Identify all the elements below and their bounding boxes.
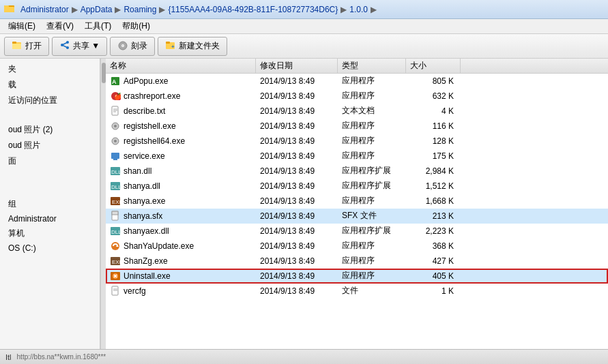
file-date: 2014/9/13 8:49 (260, 76, 315, 86)
file-name-cell: DLL shan.dll (106, 166, 256, 177)
svg-text:🍎: 🍎 (114, 92, 121, 101)
sidebar-item-1[interactable]: 载 (0, 77, 100, 93)
file-type-cell: 应用程序 (338, 240, 406, 252)
table-row[interactable]: Uninstall.exe 2014/9/13 8:49 应用程序 405 K (106, 269, 608, 284)
table-row[interactable]: shanya.sfx 2014/9/13 8:49 SFX 文件 213 K (106, 209, 608, 224)
file-size: 213 K (433, 211, 454, 221)
table-row[interactable]: A AdPopu.exe 2014/9/13 8:49 应用程序 805 K (106, 74, 608, 89)
sidebar-item-administrator[interactable]: Administrator (0, 212, 100, 226)
share-button[interactable]: 共享 ▼ (52, 37, 107, 56)
table-row[interactable]: registshell64.exe 2014/9/13 8:49 应用程序 12… (106, 134, 608, 149)
svg-point-13 (122, 45, 124, 46)
file-size-cell: 213 K (406, 211, 461, 221)
menu-edit[interactable]: 编辑(E) (3, 19, 41, 33)
file-date-cell: 2014/9/13 8:49 (256, 211, 338, 221)
sidebar-item-recent[interactable]: 近访问的位置 (0, 93, 100, 108)
sidebar-scroll-thumb[interactable] (102, 63, 106, 83)
open-button[interactable]: 打开 (4, 37, 49, 56)
table-row[interactable]: DLL shanyaex.dll 2014/9/13 8:49 应用程序扩展 2… (106, 224, 608, 239)
file-type-cell: 应用程序 (338, 150, 406, 162)
burn-button[interactable]: 刻录 (110, 37, 155, 56)
sidebar-item-face[interactable]: 面 (0, 153, 100, 169)
share-icon (59, 40, 70, 52)
file-size: 175 K (433, 151, 454, 161)
sidebar-item-0[interactable]: 夹 (0, 61, 100, 77)
file-icon: 🍎 (110, 91, 121, 102)
sidebar-item-8[interactable] (0, 183, 100, 196)
file-date-cell: 2014/9/13 8:49 (256, 226, 338, 236)
file-size: 2,223 K (426, 226, 454, 236)
file-type-cell: 应用程序扩展 (338, 225, 406, 237)
table-row[interactable]: 🍎 crashreport.exe 2014/9/13 8:49 应用程序 63… (106, 89, 608, 104)
table-row[interactable]: vercfg 2014/9/13 8:49 文件 1 K (106, 284, 608, 299)
sidebar-item-osdrive[interactable]: OS (C:) (0, 241, 100, 255)
file-size-cell: 427 K (406, 256, 461, 266)
file-icon: DLL (110, 181, 121, 192)
breadcrumb-administrator[interactable]: Administrator (19, 5, 70, 14)
share-label: 共享 ▼ (73, 40, 100, 52)
file-size-cell: 632 K (406, 91, 461, 101)
breadcrumb-sep-2: ▶ (158, 5, 167, 14)
file-type-cell: 文件 (338, 285, 406, 297)
breadcrumb-sep-0: ▶ (70, 5, 79, 14)
table-row[interactable]: DLL shanya.dll 2014/9/13 8:49 应用程序扩展 1,5… (106, 179, 608, 194)
table-row[interactable]: describe.txt 2014/9/13 8:49 文本文档 4 K (106, 104, 608, 119)
breadcrumb-sep-4: ▶ (369, 5, 378, 14)
file-type: 应用程序 (342, 90, 375, 102)
file-type: 应用程序 (342, 150, 375, 162)
file-name-cell: 🍎 crashreport.exe (106, 91, 256, 102)
file-date-cell: 2014/9/13 8:49 (256, 136, 338, 146)
file-type-cell: 应用程序 (338, 75, 406, 87)
file-date: 2014/9/13 8:49 (260, 136, 315, 146)
file-type-cell: 应用程序扩展 (338, 180, 406, 192)
file-type: 应用程序 (342, 255, 375, 267)
file-size-cell: 405 K (406, 271, 461, 281)
file-date-cell: 2014/9/13 8:49 (256, 241, 338, 251)
file-name-cell: service.exe (106, 151, 256, 162)
menu-view[interactable]: 查看(V) (41, 19, 79, 33)
file-size: 805 K (433, 76, 454, 86)
file-date: 2014/9/13 8:49 (260, 286, 315, 296)
file-name: Uninstall.exe (124, 271, 171, 281)
col-header-date[interactable]: 修改日期 (256, 59, 338, 73)
open-icon (12, 40, 23, 52)
file-date-cell: 2014/9/13 8:49 (256, 256, 338, 266)
status-bar: Itl http://bbs.na**kwm.in.1680*** (0, 349, 608, 364)
breadcrumb-version[interactable]: 1.0.0 (348, 5, 369, 14)
sidebar-item-3[interactable] (0, 108, 100, 122)
svg-line-9 (62, 42, 68, 45)
menu-help[interactable]: 帮助(H) (117, 19, 156, 33)
file-date: 2014/9/13 8:49 (260, 91, 315, 101)
sidebar-item-cloud2[interactable]: oud 照片 (0, 138, 100, 153)
table-row[interactable]: EXE ShanZg.exe 2014/9/13 8:49 应用程序 427 K (106, 254, 608, 269)
file-icon (110, 106, 121, 117)
table-row[interactable]: ShanYaUpdate.exe 2014/9/13 8:49 应用程序 368… (106, 239, 608, 254)
table-row[interactable]: registshell.exe 2014/9/13 8:49 应用程序 116 … (106, 119, 608, 134)
file-date-cell: 2014/9/13 8:49 (256, 76, 338, 86)
breadcrumb-guid[interactable]: {1155AAA4-09A8-492B-811F-108727734D6C} (167, 5, 339, 14)
new-folder-button[interactable]: + 新建文件夹 (158, 37, 227, 56)
file-name-cell: A AdPopu.exe (106, 76, 256, 87)
file-name: service.exe (124, 151, 165, 161)
file-icon (110, 211, 121, 222)
file-icon (110, 286, 121, 297)
svg-rect-2 (4, 7, 14, 12)
sidebar-item-computer[interactable]: 算机 (0, 226, 100, 241)
file-type: SFX 文件 (342, 210, 377, 222)
sidebar-scrollbar[interactable] (100, 59, 106, 349)
col-header-type[interactable]: 类型 (338, 59, 406, 73)
col-header-name[interactable]: 名称 (106, 59, 256, 73)
table-row[interactable]: DLL shan.dll 2014/9/13 8:49 应用程序扩展 2,984… (106, 164, 608, 179)
sidebar-item-group[interactable]: 组 (0, 196, 100, 212)
sidebar-item-7[interactable] (0, 169, 100, 183)
col-header-size[interactable]: 大小 (406, 59, 461, 73)
file-type-cell: SFX 文件 (338, 210, 406, 222)
file-date: 2014/9/13 8:49 (260, 256, 315, 266)
breadcrumb-roaming[interactable]: Roaming (122, 5, 158, 14)
table-row[interactable]: EXE shanya.exe 2014/9/13 8:49 应用程序 1,668… (106, 194, 608, 209)
breadcrumb-appdata[interactable]: AppData (79, 5, 114, 14)
menu-tools[interactable]: 工具(T) (79, 19, 117, 33)
table-row[interactable]: service.exe 2014/9/13 8:49 应用程序 175 K (106, 149, 608, 164)
open-label: 打开 (25, 40, 42, 52)
sidebar-item-cloud1[interactable]: oud 照片 (2) (0, 122, 100, 138)
